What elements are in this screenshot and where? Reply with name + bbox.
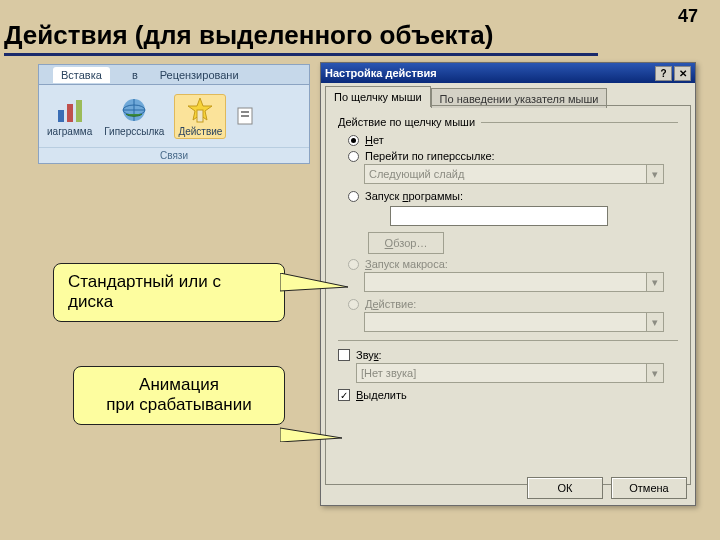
hyperlink-label: Гиперссылка xyxy=(104,126,164,137)
svg-rect-2 xyxy=(76,100,82,122)
svg-rect-9 xyxy=(241,115,249,117)
chart-label: иаграмма xyxy=(47,126,92,137)
callout-standard: Стандартный или с диска xyxy=(53,263,285,322)
option-run-macro: Запуск макроса: xyxy=(348,258,678,270)
ribbon-group-label: Связи xyxy=(39,147,309,163)
check-highlight-row[interactable]: ✓ Выделить xyxy=(338,389,678,401)
callout1-tail xyxy=(280,273,350,299)
svg-marker-11 xyxy=(280,428,342,442)
group-label: Действие по щелчку мыши xyxy=(338,116,678,128)
checkbox-icon xyxy=(338,349,350,361)
option-action: Действие: xyxy=(348,298,678,310)
extra-icon xyxy=(236,102,254,130)
callout-animation: Анимацияпри срабатывании xyxy=(73,366,285,425)
ribbon-item-extra[interactable] xyxy=(234,100,256,132)
program-path-input[interactable] xyxy=(390,206,608,226)
dialog-title: Настройка действия xyxy=(325,67,437,79)
browse-button[interactable]: Обзор… xyxy=(368,232,444,254)
tab-panel: Действие по щелчку мыши Нет Перейти по г… xyxy=(325,105,691,485)
page-title: Действия (для выделенного объекта) xyxy=(4,20,598,56)
combo-action: ▾ xyxy=(364,312,664,332)
page-number: 47 xyxy=(678,6,698,27)
radio-icon xyxy=(348,151,359,162)
radio-icon xyxy=(348,191,359,202)
globe-icon xyxy=(120,96,148,124)
combo-hyperlink[interactable]: Следующий слайд▾ xyxy=(364,164,664,184)
ribbon-item-action[interactable]: Действие xyxy=(174,94,226,139)
ribbon-tab-letter[interactable]: в xyxy=(132,69,138,81)
radio-icon xyxy=(348,299,359,310)
star-icon xyxy=(186,96,214,124)
svg-rect-8 xyxy=(241,111,249,113)
radio-icon xyxy=(348,259,359,270)
ribbon-tab-insert[interactable]: Вставка xyxy=(53,67,110,83)
ribbon-tabs: Вставка в Рецензировани xyxy=(39,65,309,85)
svg-rect-1 xyxy=(67,104,73,122)
radio-icon xyxy=(348,135,359,146)
ribbon-fragment: Вставка в Рецензировани иаграмма Гиперсс… xyxy=(38,64,310,164)
close-button[interactable]: ✕ xyxy=(674,66,691,81)
chevron-down-icon: ▾ xyxy=(646,273,663,291)
ribbon-tab-review[interactable]: Рецензировани xyxy=(160,69,239,81)
combo-sound[interactable]: [Нет звука]▾ xyxy=(356,363,664,383)
check-sound-row[interactable]: Звук: xyxy=(338,349,678,361)
ribbon-item-chart[interactable]: иаграмма xyxy=(45,94,94,139)
chart-icon xyxy=(56,96,84,124)
callout2-tail xyxy=(280,394,344,442)
option-hyperlink[interactable]: Перейти по гиперссылке: xyxy=(348,150,678,162)
separator xyxy=(338,340,678,341)
ok-button[interactable]: ОК xyxy=(527,477,603,499)
help-button[interactable]: ? xyxy=(655,66,672,81)
cancel-button[interactable]: Отмена xyxy=(611,477,687,499)
ribbon-item-hyperlink[interactable]: Гиперссылка xyxy=(102,94,166,139)
option-none[interactable]: Нет xyxy=(348,134,678,146)
chevron-down-icon: ▾ xyxy=(646,313,663,331)
svg-marker-10 xyxy=(280,273,348,291)
svg-rect-0 xyxy=(58,110,64,122)
svg-rect-6 xyxy=(197,110,203,122)
dialog-button-row: ОК Отмена xyxy=(527,477,687,499)
tab-mouse-click[interactable]: По щелчку мыши xyxy=(325,86,431,107)
action-label: Действие xyxy=(178,126,222,137)
chevron-down-icon: ▾ xyxy=(646,165,663,183)
option-run-program[interactable]: Запуск программы: xyxy=(348,190,678,202)
dialog-tabs: По щелчку мыши По наведении указателя мы… xyxy=(325,85,699,107)
chevron-down-icon: ▾ xyxy=(646,364,663,382)
combo-macro: ▾ xyxy=(364,272,664,292)
action-settings-dialog: Настройка действия ? ✕ По щелчку мыши По… xyxy=(320,62,696,506)
dialog-titlebar[interactable]: Настройка действия ? ✕ xyxy=(321,63,695,83)
